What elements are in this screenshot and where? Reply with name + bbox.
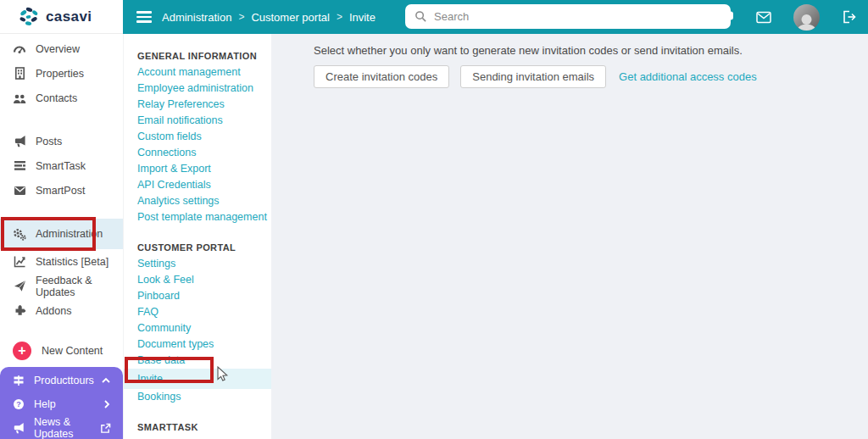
new-content-label: New Content (42, 345, 103, 357)
building-icon (13, 67, 26, 80)
sidebar-item-contacts[interactable]: Contacts (0, 86, 123, 110)
section-title: SMARTTASK (124, 420, 271, 436)
logo-area: casavi (0, 0, 123, 34)
subnav-email-notifications[interactable]: Email notifications (124, 113, 271, 129)
chevron-up-icon[interactable] (101, 376, 111, 385)
sidebar-item-label: Posts (36, 136, 62, 147)
sending-invitation-emails-button[interactable]: Sending invitation emails (460, 65, 606, 88)
top-bar: Administration > Customer portal > Invit… (123, 0, 868, 34)
create-invitation-codes-button[interactable]: Create invitation codes (314, 65, 449, 88)
sidebar-item-label: Feedback & Updates (36, 275, 123, 298)
sidebar-item-label: SmartPost (36, 185, 85, 197)
section-title: GENERAL INFORMATION (124, 48, 271, 64)
subnav-document-types[interactable]: Document types (124, 336, 271, 353)
breadcrumb: Administration > Customer portal > Invit… (162, 0, 376, 34)
line-chart-icon (13, 255, 26, 268)
sidebar-item-label: SmartTask (36, 160, 86, 172)
megaphone-icon (13, 135, 26, 147)
sidebar-item-label: Contacts (36, 92, 77, 104)
news-updates-label: News & Updates (34, 416, 100, 439)
subnav-account-management[interactable]: Account management (124, 64, 271, 81)
subnav-community[interactable]: Community (124, 320, 271, 336)
section-customer-portal: CUSTOMER PORTAL Settings Look & Feel Pin… (124, 225, 271, 405)
hamburger-menu-icon[interactable] (136, 11, 152, 23)
sidebar-item-label: Addons (36, 305, 71, 317)
sidebar-item-addons[interactable]: Addons (0, 298, 123, 323)
sidebar: Overview Properties Contacts Posts Smart… (0, 34, 123, 439)
chat-bubble-icon[interactable] (720, 10, 734, 24)
subnav-analytics-settings[interactable]: Analytics settings (124, 193, 271, 209)
sidebar-item-label: Administration (36, 228, 103, 240)
help-item[interactable]: ? Help (0, 392, 123, 416)
subnav-pinboard[interactable]: Pinboard (124, 288, 271, 304)
subnav-look-and-feel[interactable]: Look & Feel (124, 272, 271, 288)
actions-row: Create invitation codes Sending invitati… (314, 65, 868, 88)
news-updates-item[interactable]: News & Updates (0, 416, 123, 439)
external-link-icon[interactable] (100, 423, 111, 434)
subnav-bookings[interactable]: Bookings (124, 389, 271, 405)
users-icon (13, 92, 26, 104)
app-window: casavi Administration > Customer portal … (0, 0, 868, 439)
subnav-connections[interactable]: Connections (124, 145, 271, 161)
sidebar-item-smarttask[interactable]: SmartTask (0, 153, 123, 178)
subnav-settings[interactable]: Settings (124, 256, 271, 272)
subnav-relay-preferences[interactable]: Relay Preferences (124, 97, 271, 113)
question-circle-icon: ? (12, 398, 25, 410)
sidebar-item-properties[interactable]: Properties (0, 61, 123, 86)
subnav-api-credentials[interactable]: API Credentials (124, 177, 271, 193)
subnav-invite[interactable]: Invite (124, 369, 271, 389)
envelope-filled-icon (13, 186, 26, 196)
sidebar-item-posts[interactable]: Posts (0, 129, 123, 153)
sidebar-item-overview[interactable]: Overview (0, 36, 123, 61)
subnav: GENERAL INFORMATION Account management E… (123, 34, 271, 439)
sidebar-item-label: Statistics [Beta] (36, 256, 108, 268)
breadcrumb-separator: > (238, 11, 244, 23)
sidebar-item-smartpost[interactable]: SmartPost (0, 178, 123, 203)
envelope-icon[interactable] (756, 11, 771, 24)
subnav-post-template-management[interactable]: Post template management (124, 209, 271, 225)
cogs-icon (13, 228, 26, 241)
main-content: Select whether you only want to generate… (271, 34, 868, 439)
breadcrumb-customer-portal[interactable]: Customer portal (251, 11, 329, 24)
help-label: Help (34, 398, 56, 410)
section-general-information: GENERAL INFORMATION Account management E… (124, 34, 271, 225)
map-signs-icon (12, 375, 25, 386)
casavi-logo-icon (19, 6, 40, 28)
search-input[interactable] (434, 10, 731, 23)
subnav-custom-fields[interactable]: Custom fields (124, 129, 271, 145)
tasks-icon (13, 160, 26, 171)
brand-name: casavi (46, 8, 92, 25)
help-panel: Producttours ? Help News & Updates (0, 367, 123, 439)
subnav-base-data[interactable]: Base data (124, 353, 271, 369)
subnav-employee-administration[interactable]: Employee administration (124, 81, 271, 97)
breadcrumb-administration[interactable]: Administration (162, 11, 231, 24)
breadcrumb-invite[interactable]: Invite (349, 11, 376, 24)
section-title: CUSTOMER PORTAL (124, 240, 271, 256)
subnav-import-export[interactable]: Import & Export (124, 161, 271, 177)
section-smarttask: SMARTTASK Settings (124, 405, 271, 439)
user-avatar[interactable] (793, 4, 820, 31)
plus-icon: + (13, 342, 31, 360)
svg-text:?: ? (16, 400, 21, 408)
sidebar-item-feedback[interactable]: Feedback & Updates (0, 274, 123, 298)
sidebar-item-label: Properties (36, 68, 84, 80)
sign-out-icon[interactable] (842, 10, 857, 24)
avatar-silhouette (793, 14, 820, 31)
chevron-right-icon[interactable] (103, 399, 111, 409)
sidebar-item-administration[interactable]: Administration (0, 219, 123, 249)
search-icon (415, 10, 427, 23)
paper-plane-icon (13, 280, 26, 292)
subnav-smarttask-settings[interactable]: Settings (124, 436, 271, 439)
producttours-item[interactable]: Producttours (0, 369, 123, 392)
puzzle-icon (13, 304, 26, 317)
megaphone-white-icon (12, 422, 25, 434)
subnav-faq[interactable]: FAQ (124, 304, 271, 320)
producttours-label: Producttours (34, 375, 94, 386)
breadcrumb-separator: > (337, 11, 342, 23)
sidebar-item-statistics[interactable]: Statistics [Beta] (0, 249, 123, 274)
get-additional-access-codes-link[interactable]: Get additional access codes (619, 70, 757, 83)
instruction-text: Select whether you only want to generate… (314, 44, 868, 57)
dashboard-icon (13, 42, 26, 55)
search-box[interactable] (405, 4, 731, 29)
new-content-button[interactable]: + New Content (13, 342, 103, 360)
